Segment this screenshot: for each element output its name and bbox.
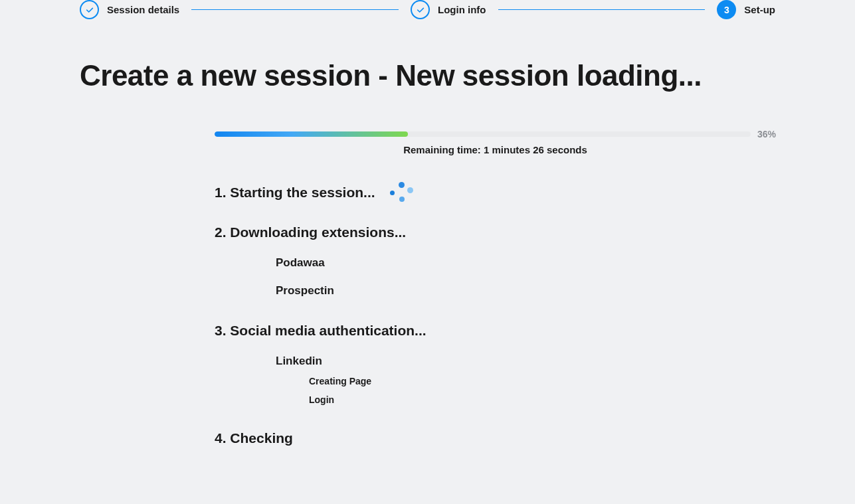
step-active-icon: 3	[717, 0, 736, 19]
progress-fill	[215, 131, 408, 137]
step-done-icon	[411, 0, 430, 19]
task-title: 1. Starting the session...	[215, 185, 375, 201]
step-login-info[interactable]: Login info	[411, 0, 486, 19]
extension-item: Podawaa	[276, 256, 776, 270]
remaining-time-label: Remaining time: 1 minutes 26 seconds	[215, 144, 776, 155]
step-label: Set-up	[744, 4, 775, 15]
task-starting-session: 1. Starting the session...	[215, 181, 776, 205]
step-session-details[interactable]: Session details	[80, 0, 179, 19]
wizard-stepper: Session details Login info 3 Set-up	[80, 0, 775, 19]
check-icon	[416, 5, 425, 15]
task-social-auth: 3. Social media authentication...	[215, 323, 776, 339]
progress-percent: 36%	[757, 129, 776, 139]
task-checking: 4. Checking	[215, 430, 776, 446]
extension-item: Prospectin	[276, 284, 776, 297]
progress-track	[215, 131, 751, 137]
task-title: 4. Checking	[215, 430, 293, 446]
extensions-list: Podawaa Prospectin	[276, 256, 776, 297]
step-set-up[interactable]: 3 Set-up	[717, 0, 775, 19]
auth-step: Creating Page	[309, 376, 776, 386]
step-number: 3	[724, 5, 729, 15]
social-network-label: Linkedin	[276, 355, 322, 367]
social-auth-list: Linkedin Creating Page Login	[276, 355, 776, 405]
step-connector	[498, 9, 706, 11]
progress-bar-row: 36%	[215, 129, 776, 139]
auth-step: Login	[309, 394, 776, 405]
page-title: Create a new session - New session loadi…	[80, 59, 775, 92]
step-done-icon	[80, 0, 99, 19]
step-connector	[191, 9, 399, 11]
step-label: Login info	[438, 4, 486, 15]
loading-spinner-icon	[390, 181, 414, 205]
social-network-item: Linkedin Creating Page Login	[276, 355, 776, 405]
social-network-steps: Creating Page Login	[309, 376, 776, 405]
step-label: Session details	[107, 4, 179, 15]
task-downloading-extensions: 2. Downloading extensions...	[215, 224, 776, 240]
setup-content: 36% Remaining time: 1 minutes 26 seconds…	[215, 129, 776, 446]
task-title: 2. Downloading extensions...	[215, 224, 406, 240]
task-title: 3. Social media authentication...	[215, 323, 427, 339]
check-icon	[85, 5, 94, 15]
